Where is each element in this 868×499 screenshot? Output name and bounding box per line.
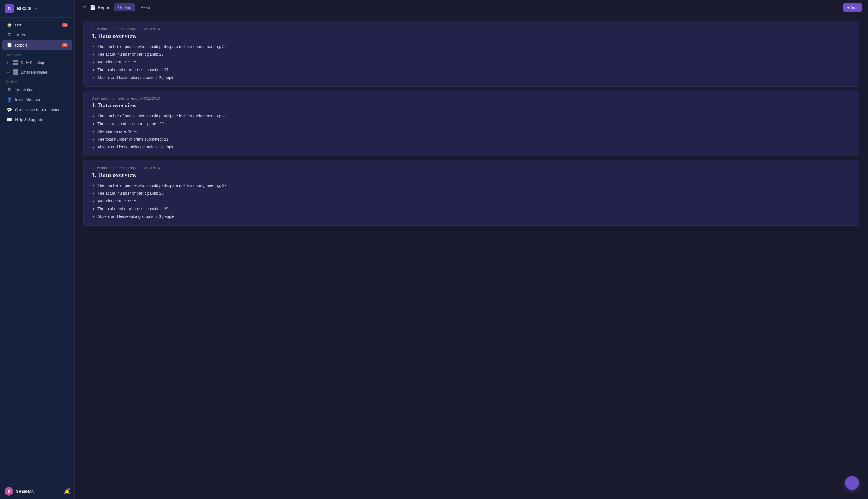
sidebar-item-invite-members[interactable]: 👤 Invite Members (2, 95, 72, 105)
invite-members-label: Invite Members (15, 97, 43, 102)
daily-standup-label: Daily Standup (21, 61, 44, 65)
report-subtitle-1: Daily morning meeting report – 6/12/2024 (92, 27, 851, 31)
resources-section-label: Resources (0, 50, 74, 58)
sidebar-item-email-reminder[interactable]: ▶ Email Reminder (2, 68, 72, 77)
sidebar-footer: S SHEEHAN 🔔 (0, 483, 74, 499)
report-badge: 3 (62, 43, 68, 47)
brand-name: Bika.ai (17, 6, 32, 11)
main-header: ≡ 📄 Report Unread Read + Add (75, 0, 868, 15)
header-report-icon: 📄 (90, 4, 95, 10)
sidebar-item-report-label: Report (15, 43, 27, 47)
user-avatar: S (4, 487, 13, 496)
report-list-3: The number of people who should particip… (92, 183, 851, 220)
report-subtitle-3: Daily morning meeting report – 6/10/2024 (92, 166, 851, 170)
list-item: Attendance rate: 100% (97, 129, 851, 135)
reports-content: Daily morning meeting report – 6/12/2024… (75, 15, 868, 499)
list-item: The actual number of participants: 26 (97, 190, 851, 196)
explore-section-label: Explore (0, 77, 74, 84)
report-card-2: Daily morning meeting report – 6/11/2024… (83, 90, 859, 156)
help-icon: 📖 (7, 117, 12, 122)
collapse-sidebar-button[interactable]: ≡ (81, 3, 88, 12)
sidebar-header: B Bika.ai ▾ (0, 0, 74, 17)
list-item: The number of people who should particip… (97, 113, 851, 119)
list-item: The total number of briefs submitted: 27 (97, 67, 851, 73)
sidebar-item-contact-customer-service[interactable]: 💬 Contact customer service (2, 105, 72, 114)
sidebar-item-home[interactable]: 🏠 Home 3 (2, 20, 72, 30)
sidebar-item-todo-label: To-do (15, 33, 25, 37)
templates-label: Templates (15, 87, 33, 92)
sidebar-nav: 🏠 Home 3 ☑ To-do 📄 Report 3 Resources ▶ … (0, 17, 74, 483)
list-item: The total number of briefs submitted: 29 (97, 136, 851, 143)
list-item: The actual number of participants: 27 (97, 51, 851, 58)
add-button[interactable]: + Add (843, 3, 862, 12)
fab-button[interactable]: + (845, 476, 859, 490)
brand-dropdown-icon[interactable]: ▾ (35, 7, 37, 11)
home-icon: 🏠 (7, 22, 12, 27)
contact-icon: 💬 (7, 107, 12, 112)
main-area: ≡ 📄 Report Unread Read + Add Daily morni… (75, 0, 868, 499)
list-item: The number of people who should particip… (97, 183, 851, 188)
contact-customer-service-label: Contact customer service (15, 107, 60, 112)
notification-button[interactable]: 🔔 (64, 489, 70, 494)
report-title-2: 1. Data overview (92, 102, 851, 109)
report-title-3: 1. Data overview (92, 171, 851, 179)
report-list-2: The number of people who should particip… (92, 113, 851, 150)
sidebar-item-help-support[interactable]: 📖 Help & Support (2, 115, 72, 125)
report-card-1: Daily morning meeting report – 6/12/2024… (83, 21, 859, 87)
email-reminder-grid-icon (13, 70, 19, 75)
sidebar-item-todo[interactable]: ☑ To-do (2, 30, 72, 40)
templates-icon: ⊞ (7, 87, 12, 92)
email-reminder-label: Email Reminder (21, 70, 47, 74)
sidebar-item-templates[interactable]: ⊞ Templates (2, 85, 72, 95)
tab-read[interactable]: Read (136, 3, 154, 12)
list-item: Absent and leave-taking situation: 2 peo… (97, 75, 851, 81)
help-support-label: Help & Support (15, 118, 42, 122)
report-icon: 📄 (7, 42, 12, 48)
daily-standup-grid-icon (13, 60, 19, 65)
todo-icon: ☑ (7, 33, 12, 38)
report-card-3: Daily morning meeting report – 6/10/2024… (83, 160, 859, 226)
list-item: The number of people who should particip… (97, 44, 851, 50)
email-reminder-toggle: ▶ (7, 71, 11, 74)
list-item: Attendance rate: 89% (97, 198, 851, 204)
sidebar-item-home-label: Home (15, 23, 26, 27)
brand-logo: B (4, 4, 14, 13)
sidebar-item-report[interactable]: 📄 Report 3 (2, 40, 72, 50)
sidebar-item-daily-standup[interactable]: ▶ Daily Standup (2, 58, 72, 67)
home-badge: 3 (62, 23, 68, 27)
list-item: Absent and leave-taking situation: 3 peo… (97, 214, 851, 220)
notification-dot (68, 488, 70, 490)
daily-standup-toggle: ▶ (7, 61, 11, 64)
invite-members-icon: 👤 (7, 97, 12, 102)
list-item: The actual number of participants: 29 (97, 121, 851, 127)
list-item: Attendance rate: 93% (97, 59, 851, 65)
report-list-1: The number of people who should particip… (92, 44, 851, 81)
sidebar: B Bika.ai ▾ 🏠 Home 3 ☑ To-do 📄 Report 3 … (0, 0, 75, 499)
list-item: Absent and leave-taking situation: 0 peo… (97, 144, 851, 150)
list-item: The total number of briefs submitted: 26 (97, 206, 851, 212)
user-name: SHEEHAN (16, 489, 35, 494)
report-title-1: 1. Data overview (92, 32, 851, 40)
tab-unread[interactable]: Unread (114, 3, 135, 12)
report-subtitle-2: Daily morning meeting report – 6/11/2024 (92, 96, 851, 100)
header-title: Report (98, 5, 111, 10)
